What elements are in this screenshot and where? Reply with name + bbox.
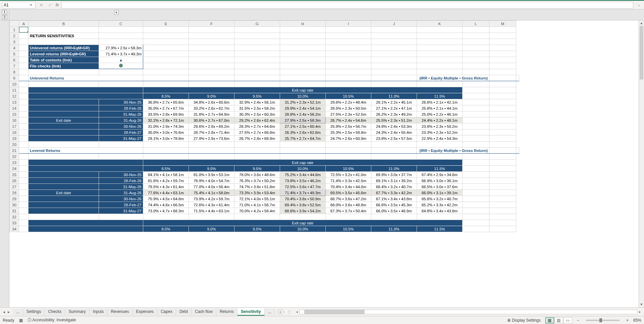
tab-checks[interactable]: Checks [45, 308, 65, 316]
col-header-G[interactable]: G [234, 21, 280, 27]
col-header-A[interactable]: A [19, 21, 29, 27]
row-header-14[interactable]: 14 [10, 105, 19, 111]
row-header-25[interactable]: 25 [10, 172, 19, 178]
horizontal-scrollbar[interactable] [299, 310, 637, 314]
cell-A3[interactable] [19, 39, 29, 45]
col-header-H[interactable]: H [280, 21, 326, 27]
row-header-18[interactable]: 18 [10, 129, 19, 136]
cell-A22[interactable] [19, 154, 29, 160]
formula-input[interactable] [61, 2, 633, 8]
row-header-8[interactable]: 8 [10, 69, 19, 75]
cell-A10[interactable] [19, 81, 29, 87]
row-header-26[interactable]: 26 [10, 178, 19, 184]
zoom-slider[interactable] [586, 320, 620, 321]
zoom-in-button[interactable]: + [626, 318, 629, 323]
row-header-12[interactable]: 12 [10, 93, 19, 99]
row-header-5[interactable]: 5 [10, 51, 19, 57]
row-header-17[interactable]: 17 [10, 123, 19, 129]
name-box-dropdown-icon[interactable]: ▾ [28, 3, 34, 7]
col-header-M[interactable]: M [489, 21, 516, 27]
tab-ellipsis-right[interactable]: ... [265, 309, 275, 315]
row-header-21[interactable]: 21 [10, 148, 19, 154]
row-header-31[interactable]: 31 [10, 208, 19, 214]
row-header-13[interactable]: 13 [10, 99, 19, 105]
col-header-F[interactable]: F [189, 21, 234, 27]
accessibility-status[interactable]: ⓘ Accessibility: Investigate [28, 317, 76, 323]
cell-A1[interactable] [19, 27, 29, 33]
tab-summary[interactable]: Summary [65, 308, 89, 316]
row-header-2[interactable]: 2 [10, 33, 19, 39]
display-settings-button[interactable]: 🖥 Display Settings [507, 318, 541, 323]
h-scroll-right-icon[interactable]: ▸ [637, 310, 642, 314]
row-header-3[interactable]: 3 [10, 39, 19, 45]
v-scroll-thumb[interactable] [640, 26, 643, 79]
row-header-4[interactable]: 4 [10, 45, 19, 51]
row-header-11[interactable]: 11 [10, 87, 19, 93]
row-header-27[interactable]: 27 [10, 184, 19, 190]
name-box-input[interactable] [2, 3, 28, 7]
row-header-7[interactable]: 7 [10, 63, 19, 69]
row-header-32[interactable]: 32 [10, 214, 19, 220]
worksheet-grid[interactable]: ABCEFGHIJKLM 12RETURN SENSITIVITIES34Unl… [9, 20, 639, 307]
fx-label[interactable]: fx [56, 3, 59, 7]
cell-A20[interactable] [19, 142, 29, 148]
tab-capex[interactable]: Capex [157, 308, 176, 316]
scroll-up-icon[interactable]: ▲ [639, 20, 644, 26]
row-header-28[interactable]: 28 [10, 190, 19, 196]
tab-expenses[interactable]: Expenses [132, 308, 157, 316]
tab-nav-next-icon[interactable]: ▸ [7, 310, 11, 314]
row-header-6[interactable]: 6 [10, 57, 19, 63]
row-header-10[interactable]: 10 [10, 81, 19, 87]
row-header-16[interactable]: 16 [10, 117, 19, 123]
row-header-29[interactable]: 29 [10, 196, 19, 202]
tab-cash flow[interactable]: Cash flow [192, 308, 216, 316]
summary-value-3[interactable] [99, 63, 143, 69]
view-page-layout-button[interactable]: ▤ [554, 317, 563, 323]
row-header-22[interactable]: 22 [10, 154, 19, 160]
macro-record-icon[interactable]: ▦ [19, 318, 23, 323]
cell-A32[interactable] [19, 214, 29, 220]
cell-A8[interactable] [19, 69, 29, 75]
tab-settings[interactable]: Settings [23, 308, 45, 316]
row-header-15[interactable]: 15 [10, 111, 19, 117]
col-header-J[interactable]: J [371, 21, 417, 27]
row-header-9[interactable]: 9 [10, 75, 19, 81]
tab-revenues[interactable]: Revenues [107, 308, 132, 316]
outline-level-2[interactable]: 2 [2, 15, 7, 20]
row-header-19[interactable]: 19 [10, 136, 19, 142]
col-header-K[interactable]: K [417, 21, 463, 27]
scroll-down-icon[interactable]: ▼ [639, 302, 644, 307]
tab-ellipsis-left[interactable]: ... [13, 309, 23, 315]
col-header-I[interactable]: I [326, 21, 371, 27]
row-header-34[interactable]: 34 [10, 226, 19, 232]
outline-expand-icon[interactable]: + [114, 10, 119, 15]
formula-expand-icon[interactable]: ⌄ [636, 3, 642, 7]
tab-inputs[interactable]: Inputs [90, 308, 108, 316]
row-header-20[interactable]: 20 [10, 142, 19, 148]
tab-debt[interactable]: Debt [176, 308, 192, 316]
zoom-level[interactable]: 85% [633, 318, 641, 323]
select-all-cell[interactable] [10, 21, 19, 27]
tab-returns[interactable]: Returns [216, 308, 237, 316]
outline-level-1[interactable]: 1 [2, 10, 7, 14]
h-scroll-thumb[interactable] [304, 310, 365, 314]
name-box[interactable]: ▾ [2, 2, 36, 8]
row-header-1[interactable]: 1 [10, 27, 19, 33]
col-header-L[interactable]: L [463, 21, 489, 27]
col-header-C[interactable]: C [99, 21, 143, 27]
row-header-24[interactable]: 24 [10, 166, 19, 172]
col-header-E[interactable]: E [143, 21, 189, 27]
vertical-scrollbar[interactable]: ▲ ▼ [639, 20, 644, 307]
summary-value-2[interactable]: ▲ [99, 57, 143, 63]
row-header-33[interactable]: 33 [10, 220, 19, 226]
view-normal-button[interactable]: ▦ [545, 317, 554, 323]
add-sheet-button[interactable]: + [277, 309, 284, 315]
zoom-knob[interactable] [599, 318, 602, 322]
tab-nav-prev-icon[interactable]: ◂ [2, 310, 6, 314]
h-scroll-left-icon[interactable]: ◂ [294, 310, 299, 314]
zoom-out-button[interactable]: − [577, 318, 579, 323]
row-header-30[interactable]: 30 [10, 202, 19, 208]
view-page-break-button[interactable]: ▭ [564, 317, 572, 323]
row-header-23[interactable]: 23 [10, 160, 19, 166]
col-header-B[interactable]: B [29, 21, 99, 27]
